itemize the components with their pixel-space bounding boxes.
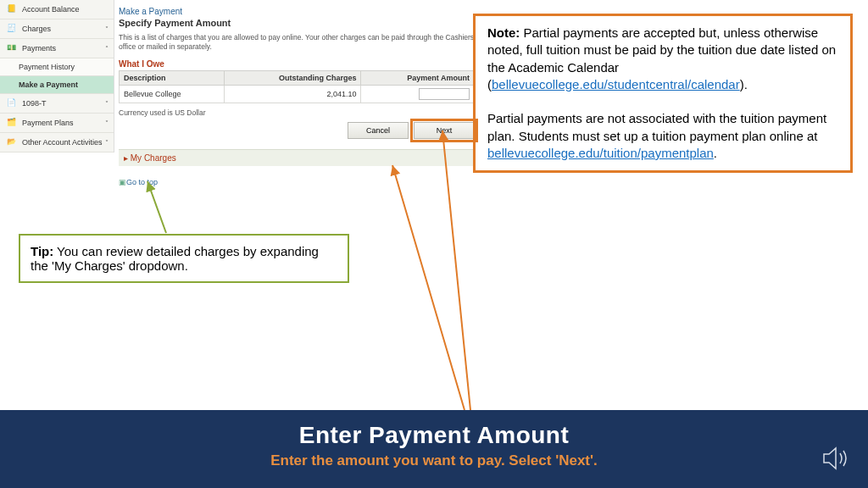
breadcrumb[interactable]: Make a Payment: [119, 7, 475, 16]
col-description: Description: [120, 71, 225, 86]
button-row: Cancel Next: [119, 122, 475, 139]
calendar-link[interactable]: bellevuecollege.edu/studentcentral/calen…: [492, 77, 740, 92]
col-payment-amount: Payment Amount: [361, 71, 475, 86]
go-top-label: Go to top: [126, 178, 158, 186]
footer-subtitle: Enter the amount you want to pay. Select…: [0, 452, 868, 469]
nav-label: Account Balance: [22, 5, 80, 14]
main-panel: Make a Payment Specify Payment Amount Th…: [119, 7, 475, 186]
nav-other-activities[interactable]: 📂 Other Account Activities ˅: [0, 133, 114, 152]
chevron-down-icon: ˅: [105, 100, 108, 108]
footer-title: Enter Payment Amount: [0, 422, 868, 449]
table-header-row: Description Outstanding Charges Payment …: [120, 71, 475, 86]
page-title: Specify Payment Amount: [119, 18, 475, 28]
table-row: Bellevue College 2,041.10: [120, 86, 475, 103]
note-p2: Partial payments are not associated with…: [487, 110, 838, 162]
nav-label: 1098-T: [22, 99, 47, 108]
nav-payment-plans[interactable]: 🗂️ Payment Plans ˅: [0, 114, 114, 133]
svg-line-2: [392, 165, 465, 410]
my-charges-label: My Charges: [131, 153, 176, 163]
speaker-icon: [822, 446, 851, 473]
nav-label: Payment Plans: [22, 119, 74, 127]
payments-icon: 💵: [7, 43, 17, 53]
nav-label: Charges: [22, 25, 51, 33]
footer-banner: Enter Payment Amount Enter the amount yo…: [0, 410, 868, 488]
note-p1b: ).: [740, 77, 748, 92]
chevron-down-icon: ˅: [105, 25, 108, 33]
payment-amount-input[interactable]: [419, 88, 470, 100]
cell-payment-amount: [361, 86, 475, 103]
what-i-owe-title: What I Owe: [119, 59, 475, 69]
note-p2a: Partial payments are not associated with…: [487, 111, 826, 142]
tax-form-icon: 📄: [7, 98, 17, 108]
note-callout: Note: Partial payments are accepted but,…: [473, 14, 853, 173]
nav-label: Other Account Activities: [22, 138, 103, 147]
next-button[interactable]: Next: [414, 122, 475, 139]
cancel-button[interactable]: Cancel: [348, 122, 409, 139]
chevron-down-icon: ˅: [105, 119, 108, 127]
chevron-up-icon: ˄: [105, 45, 108, 53]
page-hint: This is a list of charges that you are a…: [119, 33, 475, 51]
nav-1098t[interactable]: 📄 1098-T ˅: [0, 94, 114, 114]
currency-note: Currency used is US Dollar: [119, 108, 475, 117]
nav-account-balance[interactable]: 📒 Account Balance: [0, 0, 114, 19]
note-p2b: .: [714, 146, 717, 160]
activities-icon: 📂: [7, 137, 17, 147]
nav-label: Payments: [22, 44, 56, 53]
tip-label: Tip:: [31, 244, 53, 258]
tip-callout: Tip: You can review detailed charges by …: [19, 234, 349, 283]
sidebar: 📒 Account Balance 🧾 Charges ˅ 💵 Payments…: [0, 0, 114, 152]
cell-outstanding: 2,041.10: [224, 86, 361, 103]
nav-make-a-payment[interactable]: Make a Payment: [0, 76, 114, 94]
paymentplan-link[interactable]: bellevuecollege.edu/tuition/paymentplan: [487, 146, 714, 160]
my-charges-dropdown[interactable]: My Charges: [119, 149, 475, 166]
col-outstanding: Outstanding Charges: [224, 71, 361, 86]
ledger-icon: 📒: [7, 4, 17, 14]
go-to-top-link[interactable]: ▣Go to top: [119, 178, 475, 186]
nav-charges[interactable]: 🧾 Charges ˅: [0, 19, 114, 39]
cell-description: Bellevue College: [120, 86, 225, 103]
go-top-icon: ▣: [119, 178, 126, 186]
charges-icon: 🧾: [7, 24, 17, 34]
plan-icon: 🗂️: [7, 118, 17, 128]
nav-payment-history[interactable]: Payment History: [0, 58, 114, 76]
owe-table: Description Outstanding Charges Payment …: [119, 70, 475, 103]
note-p1: Note: Partial payments are accepted but,…: [487, 25, 838, 93]
note-label: Note:: [487, 25, 520, 40]
tip-text: You can review detailed charges by expan…: [31, 244, 319, 273]
svg-line-0: [147, 181, 166, 233]
nav-label: Make a Payment: [19, 80, 78, 89]
chevron-down-icon: ˅: [105, 139, 108, 147]
nav-payments[interactable]: 💵 Payments ˄: [0, 39, 114, 58]
nav-label: Payment History: [19, 63, 75, 71]
